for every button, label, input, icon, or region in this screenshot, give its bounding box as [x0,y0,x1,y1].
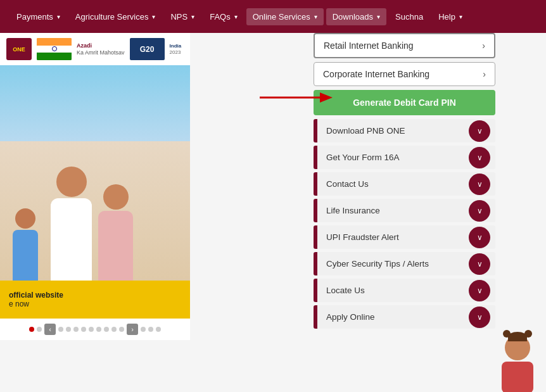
corporate-banking-option[interactable]: Corporate Internet Banking › [314,62,495,86]
azadi-logo [37,38,72,60]
dropdown-panel: Retail Internet Banking › Corporate Inte… [314,33,495,332]
dot-9[interactable] [104,327,109,332]
dot-14[interactable] [156,327,161,332]
corporate-banking-label: Corporate Internet Banking [323,69,429,79]
dot-5[interactable] [73,327,79,332]
nav-nps[interactable]: NPS ▾ [164,8,201,25]
accordion-label: Contact Us [317,172,469,196]
mascot-character [495,335,540,392]
pnb-logo: ONE [6,38,32,60]
accordion-label: Get Your Form 16A [317,146,469,169]
g20-subtext: India 2023 [170,43,182,55]
svg-marker-1 [320,92,333,103]
accordion-toggle-icon[interactable]: ∨ [469,147,490,168]
hero-image [0,65,190,281]
nav-suchna[interactable]: Suchna [389,8,429,25]
main-content: ONE Azadi Ka Amrit Mahotsav G20 India 20… [0,33,546,392]
retail-banking-label: Retail Internet Banking [324,41,414,51]
prev-arrow[interactable]: ‹ [44,324,56,335]
chevron-down-icon: ▾ [57,13,60,20]
nav-downloads[interactable]: Downloads ▾ [326,8,386,25]
dot-1[interactable] [29,327,34,332]
nav-online-services[interactable]: Online Services ▾ [246,8,324,25]
next-arrow[interactable]: › [127,324,138,335]
yellow-banner: official website e now [0,281,190,319]
accordion-toggle-icon[interactable]: ∨ [469,174,490,195]
pagination-dots: ‹ › [0,319,190,340]
dot-6[interactable] [81,327,86,332]
dot-12[interactable] [141,327,146,332]
accordion-label: UPI Fraudster Alert [317,225,469,249]
accordion-locate-us[interactable]: Locate Us ∨ [314,279,495,302]
azadi-text: Azadi Ka Amrit Mahotsav [77,42,125,56]
chevron-down-icon: ▾ [377,13,380,20]
g20-logo: G20 [130,38,165,60]
accordion-download-pnb[interactable]: Download PNB ONE ∨ [314,119,495,142]
accordion-label: Apply Online [317,305,469,329]
nav-help[interactable]: Help ▾ [432,8,469,25]
accordion-cyber-security[interactable]: Cyber Security Tips / Alerts ∨ [314,252,495,275]
banner-line2: e now [9,300,181,308]
top-navigation: Payments ▾ Agriculture Services ▾ NPS ▾ … [0,0,546,33]
accordion-life-insurance[interactable]: Life Insurance ∨ [314,199,495,222]
accordion-label: Download PNB ONE [317,119,469,142]
nav-agriculture[interactable]: Agriculture Services ▾ [69,8,162,25]
accordion-toggle-icon[interactable]: ∨ [469,280,490,301]
nav-payments[interactable]: Payments ▾ [10,8,67,25]
dot-8[interactable] [96,327,101,332]
generate-debit-card-btn[interactable]: Generate Debit Card PIN [314,90,495,115]
accordion-toggle-icon[interactable]: ∨ [469,253,490,275]
chevron-right-icon: › [483,69,486,79]
accordion-toggle-icon[interactable]: ∨ [469,307,490,328]
dot-7[interactable] [89,327,94,332]
chevron-down-icon: ▾ [459,13,462,20]
accordion-contact-us[interactable]: Contact Us ∨ [314,172,495,196]
dot-4[interactable] [66,327,71,332]
chevron-down-icon: ▾ [152,13,155,20]
chevron-down-icon: ▾ [234,13,238,20]
dot-10[interactable] [111,327,117,332]
dot-11[interactable] [119,327,124,332]
chevron-down-icon: ▾ [314,13,317,20]
accordion-apply-online[interactable]: Apply Online ∨ [314,305,495,329]
nav-faqs[interactable]: FAQs ▾ [203,8,244,25]
accordion-toggle-icon[interactable]: ∨ [469,200,490,222]
dot-2[interactable] [37,327,42,332]
retail-banking-option[interactable]: Retail Internet Banking › [314,33,495,58]
chevron-right-icon: › [482,41,485,51]
logos-row: ONE Azadi Ka Amrit Mahotsav G20 India 20… [0,33,190,65]
accordion-toggle-icon[interactable]: ∨ [469,120,490,142]
banner-line1: official website [9,291,181,300]
accordion-label: Locate Us [317,279,469,302]
accordion-label: Cyber Security Tips / Alerts [317,252,469,275]
arrow-indicator [260,89,336,106]
hero-panel: ONE Azadi Ka Amrit Mahotsav G20 India 20… [0,33,190,392]
accordion-toggle-icon[interactable]: ∨ [469,227,490,248]
accordion-upi-fraudster[interactable]: UPI Fraudster Alert ∨ [314,225,495,249]
dropdown-menu: Retail Internet Banking › Corporate Inte… [314,33,495,329]
chevron-down-icon: ▾ [191,13,194,20]
accordion-label: Life Insurance [317,199,469,222]
dot-13[interactable] [148,327,153,332]
dot-3[interactable] [58,327,63,332]
accordion-form-16a[interactable]: Get Your Form 16A ∨ [314,146,495,169]
